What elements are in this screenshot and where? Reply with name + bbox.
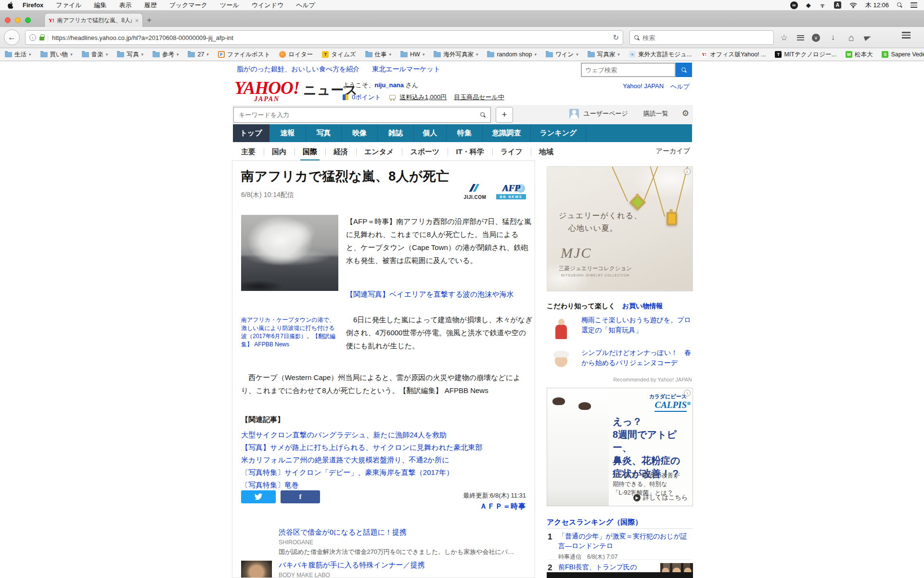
keyword-search-field[interactable]	[233, 107, 491, 123]
subnav-it-kagaku[interactable]: IT・科学	[448, 143, 492, 160]
subnav-entame[interactable]: エンタメ	[356, 143, 402, 160]
nav-tab-ishikichousa[interactable]: 意識調査	[483, 124, 531, 142]
bookmark-yahoo-office[interactable]: Y!オフィス版Yahoo! ...	[701, 51, 766, 59]
promo-link-1[interactable]: 脂がのった銀鮭、おいしい食べ方を紹介	[237, 65, 359, 74]
shipping-link[interactable]: 送料込み1,000円	[399, 93, 447, 102]
page-info-icon[interactable]: i	[29, 34, 36, 41]
nav-tab-eizou[interactable]: 映像	[342, 124, 378, 142]
web-search-button[interactable]	[676, 63, 692, 77]
downloads-icon[interactable]: ↓	[828, 33, 838, 42]
home-icon[interactable]: ⌂	[846, 32, 857, 43]
bookmark-tufs[interactable]: ≈東外大言語モジュ...	[629, 51, 692, 59]
bookmark-folder-kaigai[interactable]: 海外写真家▾	[434, 51, 478, 59]
menubar-item-file[interactable]: ファイル	[56, 1, 81, 10]
access-ranking-header[interactable]: アクセスランキング（国際）	[547, 518, 642, 527]
jewelry-ad[interactable]: i ジュエリーがくれる、 心地いい夏。 MJC 三菱ジュエリーコレクション MI…	[547, 166, 693, 291]
menubar-item-tools[interactable]: ツール	[220, 1, 239, 10]
ad-info-icon[interactable]: i	[684, 390, 691, 396]
shopping-item-2[interactable]: シンプルだけどオンナっぽい！ 春から始めるパリジェンヌコーデ	[547, 347, 693, 377]
username-link[interactable]: niju_nana	[374, 81, 404, 89]
ad-info-icon[interactable]: i	[684, 168, 691, 175]
ranking-item-1[interactable]: 1 「普通の少年」が激変＝実行犯のおじが証言―ロンドンテロ 時事通信 6/8(木…	[547, 531, 693, 561]
browser-search-input[interactable]	[642, 34, 769, 41]
points-link[interactable]: 0ポイント	[352, 93, 381, 102]
url-bar[interactable]: i https://headlines.yahoo.co.jp/hl?a=201…	[25, 30, 623, 45]
spotlight-icon[interactable]	[897, 2, 902, 8]
browser-search-field[interactable]	[629, 30, 774, 45]
jiji-logo[interactable]: JIJI.COM	[460, 184, 490, 200]
subnav-sports[interactable]: スポーツ	[402, 143, 448, 160]
new-tab-button[interactable]: +	[147, 15, 152, 25]
nav-tab-ranking[interactable]: ランキング	[531, 124, 586, 142]
nav-tab-tokushu[interactable]: 特集	[447, 124, 483, 142]
shopping-item-1[interactable]: 梅雨こそ楽しいおうち遊びを。プロ選定の「知育玩具」	[547, 314, 693, 344]
subnav-kokunai[interactable]: 国内	[264, 143, 295, 160]
nav-tab-zasshi[interactable]: 雑誌	[378, 124, 414, 142]
creative-cloud-icon[interactable]: ∞	[790, 1, 798, 9]
tab-close-icon[interactable]: ×	[135, 17, 139, 24]
apple-menu-icon[interactable]	[8, 1, 14, 9]
nav-tab-top[interactable]: トップ	[233, 124, 270, 142]
pocket-icon[interactable]: ∨	[812, 34, 820, 42]
bookmark-folder-hw[interactable]: HW▾	[400, 51, 424, 58]
nav-tab-kojin[interactable]: 個人	[414, 124, 447, 142]
bookmark-folder-seikatsu[interactable]: 生活▾	[5, 51, 31, 59]
bookmark-times[interactable]: Tタイムズ	[322, 51, 356, 59]
help-link[interactable]: ヘルプ	[670, 82, 690, 91]
dropbox-icon[interactable]: ◆	[806, 1, 811, 9]
yahoo-news-logo[interactable]: YAHOO! JAPAN ニュース	[234, 79, 358, 103]
menubar-item-help[interactable]: ヘルプ	[296, 1, 315, 10]
share-icon[interactable]	[864, 34, 872, 41]
menubar-item-bookmarks[interactable]: ブックマーク	[169, 1, 208, 10]
menubar-item-firefox[interactable]: Firefox	[23, 1, 43, 9]
twitter-share-button[interactable]	[241, 490, 276, 503]
yahoo-japan-link[interactable]: Yahoo! JAPAN	[623, 82, 664, 91]
afpbb-logo[interactable]: AFP BB NEWS	[496, 183, 526, 199]
broadcast-icon[interactable]	[819, 2, 826, 8]
close-window-button[interactable]	[5, 17, 11, 23]
zoom-window-button[interactable]	[25, 17, 31, 23]
menu-hamburger-icon[interactable]	[902, 32, 911, 39]
bookmark-mit[interactable]: TMITテクノロジー...	[775, 51, 836, 59]
subnav-archive[interactable]: アーカイブ	[656, 147, 692, 156]
bookmark-folder-wine[interactable]: ワイン▾	[546, 51, 578, 59]
reading-list-icon[interactable]	[797, 35, 804, 40]
promo-link-2[interactable]: 東北エールマーケット	[372, 65, 440, 74]
keyword-search-input[interactable]	[239, 111, 480, 118]
related-photo-link[interactable]: 【関連写真】ベイエリアを直撃する波の泡沫や海水	[346, 290, 514, 299]
bookmark-filepost[interactable]: Fファイルポスト	[218, 51, 270, 59]
reload-icon[interactable]: ↻	[613, 33, 619, 42]
menubar-item-history[interactable]: 履歴	[144, 1, 157, 10]
bookmark-matsumoto[interactable]: M松本大	[846, 51, 873, 59]
promoted-article-2[interactable]: バキバキ腹筋が手に入る特殊インナー／提携 BODY MAKE LABO	[241, 561, 527, 578]
bookmark-folder-shigoto[interactable]: 仕事▾	[365, 51, 392, 59]
nav-tab-sokuhou[interactable]: 速報	[270, 124, 306, 142]
subnav-shuyou[interactable]: 主要	[233, 143, 264, 160]
minimize-window-button[interactable]	[15, 17, 21, 23]
calpis-ad[interactable]: i カラダにピース CALPIS えっ？ 8週間でアトピー、 鼻炎、花粉症の 症…	[547, 388, 693, 506]
calpis-cta[interactable]: ▶ 詳しくはこちら	[633, 493, 688, 502]
gear-icon[interactable]: ⚙	[682, 108, 689, 118]
search-icon[interactable]	[480, 112, 486, 118]
back-button[interactable]: ←	[4, 29, 20, 45]
bookmark-folder-sanko[interactable]: 参考▾	[153, 51, 179, 59]
source-link[interactable]: ＡＦＰ＝時事	[480, 502, 526, 511]
wifi-icon[interactable]	[849, 2, 857, 8]
related-link[interactable]: 【写真】サメが路上に打ち上げられる、サイクロンに見舞われた豪北東部	[241, 441, 482, 454]
menubar-item-view[interactable]: 表示	[119, 1, 132, 10]
subnav-kokusai[interactable]: 国際	[295, 143, 325, 160]
web-search-input[interactable]	[585, 66, 671, 74]
subnav-life[interactable]: ライフ	[492, 143, 531, 160]
article-photo[interactable]	[241, 215, 338, 291]
bookmark-folder-kaimono[interactable]: 買い物▾	[40, 51, 73, 59]
bookmark-folder-shashinka[interactable]: 写真家▾	[588, 51, 620, 59]
related-link[interactable]: 〔写真特集〕サイクロン「デビー」、豪東海岸を直撃（2017年）	[241, 466, 482, 479]
bookmark-folder-randomshop[interactable]: random shop▾	[487, 51, 537, 58]
bookmark-star-icon[interactable]: ☆	[779, 33, 789, 43]
url-text[interactable]: https://headlines.yahoo.co.jp/hl?a=20170…	[48, 34, 609, 41]
notification-center-icon[interactable]	[911, 2, 917, 7]
related-link[interactable]: 大型サイクロン直撃のバングラデシュ、新たに漁師24人を救助	[241, 429, 482, 441]
avatar[interactable]	[569, 109, 579, 118]
related-link[interactable]: 米カリフォルニア州の絶景道路で大規模岩盤滑り、不通2か所に	[241, 454, 482, 466]
menubar-item-window[interactable]: ウインドウ	[252, 1, 284, 10]
